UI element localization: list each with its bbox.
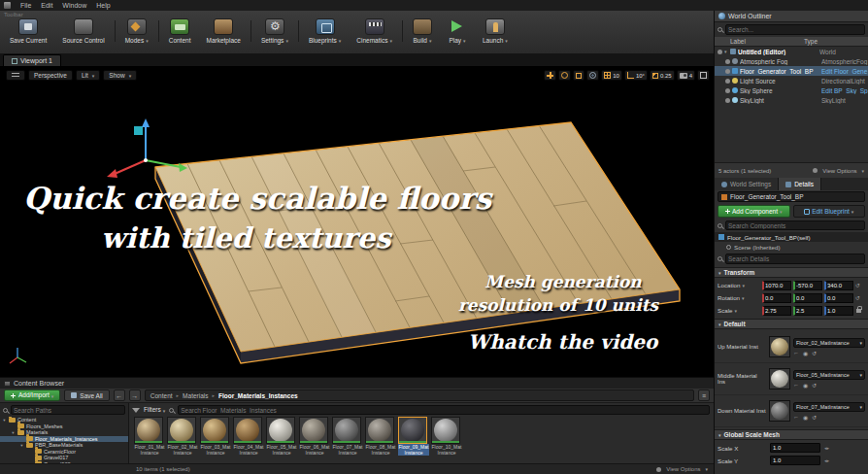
use-selected-asset-icon[interactable]: ◉ [803, 382, 808, 389]
column-type[interactable]: Type [804, 38, 868, 45]
outliner-view-options-button[interactable]: View Options [810, 168, 864, 174]
add-import-button[interactable]: Add/Import [4, 389, 60, 401]
component-scene-row[interactable]: Scene (Inherited) [715, 242, 868, 252]
section-transform[interactable]: ▾ Transform [715, 267, 868, 278]
browse-to-asset-icon[interactable]: ← [793, 382, 799, 389]
maximize-viewport-button[interactable] [697, 70, 710, 81]
add-component-button[interactable]: Add Component [718, 205, 790, 218]
tree-caret-icon[interactable]: ▾ [19, 443, 24, 448]
scale-z-field[interactable] [824, 306, 853, 316]
scale-label[interactable]: Scale [718, 307, 760, 314]
rotation-z-field[interactable] [824, 293, 853, 303]
location-z-field[interactable] [824, 281, 853, 290]
global-scale-y-field[interactable] [770, 456, 820, 465]
back-button[interactable]: ← [114, 389, 125, 401]
show-flags-button[interactable]: Show [103, 70, 137, 81]
search-components-input[interactable] [725, 220, 865, 230]
scale-lock-icon[interactable] [856, 309, 861, 313]
asset-floor-09-selected[interactable]: Floor_09_MatInstance [398, 417, 429, 456]
edit-blueprint-link[interactable]: Edit BP_Sky_Sp [821, 87, 868, 94]
launch-button[interactable]: Launch [475, 18, 516, 44]
rotate-tool-button[interactable] [558, 70, 571, 81]
outliner-row-world[interactable]: ▾ Untitled (Editor) World [715, 47, 868, 56]
asset-floor-01[interactable]: Floor_01_MatInstance [134, 417, 165, 456]
asset-floor-03[interactable]: Floor_03_MatInstance [200, 417, 231, 456]
scale-y-field[interactable] [793, 306, 822, 316]
menu-edit[interactable]: Edit [41, 2, 52, 9]
settings-button[interactable]: Settings [253, 18, 296, 44]
global-scale-x-field[interactable] [770, 443, 820, 453]
marketplace-button[interactable]: Marketplace [198, 18, 248, 44]
visibility-eye-icon[interactable] [725, 79, 730, 84]
visibility-eye-icon[interactable] [725, 69, 730, 74]
material-thumbnail[interactable] [769, 368, 790, 389]
outliner-row-light-source[interactable]: Light Source DirectionalLight [715, 76, 868, 85]
rotation-x-field[interactable] [762, 293, 791, 303]
section-default[interactable]: ▾ Default [715, 319, 868, 329]
cb-view-options-button[interactable]: View Options [653, 466, 708, 472]
component-self-row[interactable]: Floor_Generator_Tool_BP(self) [715, 232, 868, 242]
use-selected-asset-icon[interactable]: ◉ [803, 414, 808, 421]
filters-button[interactable]: Filters [144, 406, 165, 413]
browse-to-asset-icon[interactable]: ← [793, 414, 799, 421]
viewport-options-button[interactable] [6, 70, 25, 81]
tab-details[interactable]: Details [779, 178, 821, 190]
menu-file[interactable]: File [20, 2, 31, 9]
reset-icon[interactable]: ↺ [855, 294, 860, 301]
asset-floor-06[interactable]: Floor_06_MatInstance [299, 417, 330, 456]
asset-floor-04[interactable]: Floor_04_MatInstance [233, 417, 264, 456]
section-global-scale[interactable]: ▾ Global Scale Mesh [715, 429, 868, 440]
down-material-select[interactable]: Floor_07_MatInstance▾ [793, 402, 865, 412]
scale-snap-toggle[interactable]: 0.25 [650, 70, 675, 81]
location-x-field[interactable] [762, 281, 791, 290]
edit-blueprint-button[interactable]: Edit Blueprint [793, 205, 866, 218]
tree-caret-icon[interactable]: ▾ [2, 418, 7, 423]
translate-tool-button[interactable] [544, 70, 556, 81]
world-space-toggle[interactable] [586, 70, 599, 81]
grid-snap-toggle[interactable]: 10 [601, 70, 622, 81]
outliner-row-skylight[interactable]: SkyLight SkyLight [715, 95, 868, 105]
3d-viewport[interactable]: Perspective Lit Show 10 10° 0.25 4 Quick… [0, 66, 714, 377]
content-browser-header[interactable]: Content Browser [0, 378, 714, 389]
perspective-button[interactable]: Perspective [28, 70, 73, 81]
rotation-y-field[interactable] [793, 293, 822, 303]
outliner-column-header[interactable]: Label Type [715, 37, 868, 47]
play-button[interactable]: Play [440, 18, 475, 44]
scale-tool-button[interactable] [573, 70, 584, 81]
content-button[interactable]: Content [161, 18, 199, 44]
asset-floor-10[interactable]: Floor_10_MatInstance [431, 417, 462, 456]
use-selected-asset-icon[interactable]: ◉ [803, 350, 808, 356]
location-label[interactable]: Location [718, 282, 760, 288]
edit-blueprint-link[interactable]: Edit Floor_Gene [821, 68, 868, 75]
search-paths-input[interactable] [11, 405, 125, 415]
save-current-button[interactable]: Save Current [2, 18, 54, 44]
reset-property-icon[interactable]: ↺ [812, 414, 817, 421]
visibility-eye-icon[interactable] [725, 98, 730, 103]
outliner-search-input[interactable] [725, 24, 865, 35]
middle-material-select[interactable]: Floor_05_MatInstance▾ [793, 370, 865, 380]
build-button[interactable]: Build [405, 18, 440, 44]
scale-x-field[interactable] [762, 306, 791, 316]
spinner-icon[interactable]: ◂▸ [824, 445, 829, 451]
modes-button[interactable]: Modes [117, 18, 156, 44]
reset-icon[interactable]: ↺ [855, 282, 860, 288]
material-thumbnail[interactable] [769, 400, 790, 422]
breadcrumb-floor-materials-instances[interactable]: Floor_Materials_Instances [218, 392, 298, 399]
asset-floor-02[interactable]: Floor_02_MatInstance [167, 417, 198, 456]
up-material-select[interactable]: Floor_02_MatInstance▾ [793, 338, 865, 348]
tree-caret-icon[interactable]: ▾ [11, 430, 16, 435]
camera-speed-button[interactable]: 4 [677, 70, 695, 81]
rotation-snap-toggle[interactable]: 10° [624, 70, 648, 81]
outliner-row-sky-sphere[interactable]: Sky Sphere Edit BP_Sky_Sp [715, 85, 868, 95]
asset-floor-05[interactable]: Floor_05_MatInstance [266, 417, 297, 456]
menu-window[interactable]: Window [62, 2, 86, 9]
location-y-field[interactable] [793, 281, 822, 290]
outliner-row-floor-generator[interactable]: Floor_Generator_Tool_BP Edit Floor_Gene [715, 66, 868, 76]
content-browser-settings-button[interactable]: ≡ [698, 389, 710, 401]
source-control-button[interactable]: Source Control [54, 18, 112, 44]
tab-world-settings[interactable]: World Settings [715, 178, 779, 190]
breadcrumb-materials[interactable]: Materials [183, 392, 208, 399]
cinematics-button[interactable]: Cinematics [349, 18, 400, 44]
outliner-row-atmospheric-fog[interactable]: Atmospheric Fog AtmosphericFog [715, 56, 868, 66]
reset-property-icon[interactable]: ↺ [812, 382, 817, 389]
